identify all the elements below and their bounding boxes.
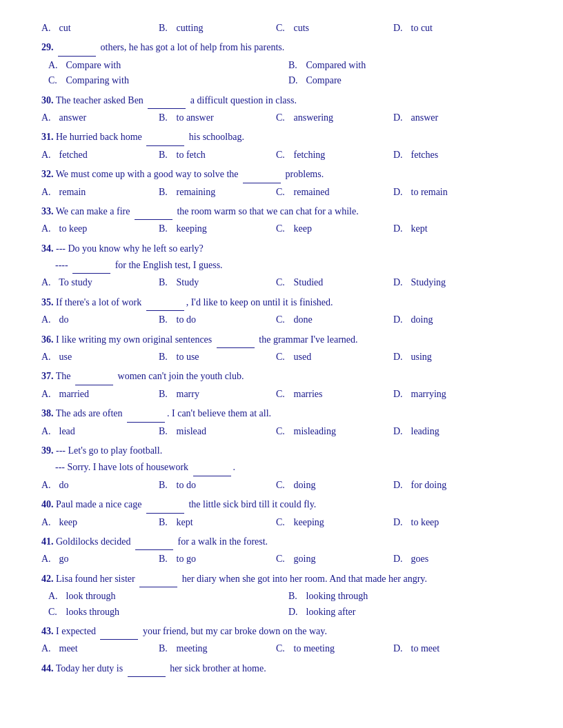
option: C. going — [276, 552, 393, 567]
option-label: D. — [393, 21, 408, 36]
option: C. remained — [276, 185, 393, 200]
option-text: to keep — [408, 515, 439, 530]
option: D. Studying — [393, 275, 511, 290]
question-block: 39. --- Let's go to play football.--- So… — [41, 443, 522, 493]
option-label: C. — [276, 275, 291, 290]
option-label: A. — [41, 312, 57, 327]
option: B. kept — [159, 515, 276, 530]
option-text: goes — [408, 552, 428, 567]
option-label: D. — [393, 312, 408, 327]
option-label: D. — [393, 221, 408, 236]
question-line: 30. The teacher asked Ben a difficult qu… — [41, 93, 522, 109]
option: D. using — [393, 350, 511, 365]
option-label: C. — [276, 424, 291, 439]
question-line: 31. He hurried back home his schoolbag. — [41, 130, 522, 145]
option-label: B. — [159, 275, 174, 290]
question-block: 34. --- Do you know why he left so early… — [41, 241, 522, 291]
options-row: A. answerB. to answerC. answeringD. answ… — [41, 110, 522, 125]
option: B. to fetch — [159, 148, 276, 163]
option: D. doing — [393, 312, 511, 327]
option: B. looking through — [282, 589, 522, 604]
options-row: A. keepB. keptC. keepingD. to keep — [41, 515, 522, 530]
option-text: used — [291, 350, 311, 365]
option-label: A. — [41, 221, 57, 236]
options-row: A. doB. to doC. doingD. for doing — [41, 478, 522, 493]
option-label: B. — [288, 589, 304, 604]
question-line: 37. The women can't join the youth club. — [41, 369, 522, 385]
option-label: B. — [159, 387, 174, 402]
options-row: A. doB. to doC. doneD. doing — [41, 312, 522, 327]
option-label: B. — [159, 552, 174, 567]
question-block: 42. Lisa found her sister her diary when… — [41, 572, 522, 620]
option-text: answer — [408, 110, 438, 125]
option-label: B. — [159, 641, 174, 656]
option-label: C. — [276, 312, 291, 327]
option: B. to use — [159, 350, 276, 365]
option: A. To study — [41, 275, 159, 290]
option: D. kept — [393, 221, 511, 236]
option-text: Compare with — [63, 58, 121, 73]
option-label: B. — [159, 312, 174, 327]
sub-question-line: --- Sorry. I have lots of housework . — [55, 460, 522, 476]
option: B. keeping — [159, 221, 276, 236]
option-text: fetched — [57, 148, 88, 163]
option-text: lead — [57, 424, 75, 439]
option: C. cuts — [276, 21, 393, 36]
option: D. for doing — [393, 478, 511, 493]
option-text: Compared with — [304, 58, 366, 73]
options-row: A. goB. to goC. goingD. goes — [41, 552, 522, 567]
option-label: D. — [288, 73, 304, 88]
option: B. meeting — [159, 641, 276, 656]
option-label: B. — [159, 424, 174, 439]
option-label: B. — [159, 21, 174, 36]
option-text: to fetch — [174, 148, 206, 163]
question-line: 38. The ads are often . I can't believe … — [41, 406, 522, 422]
option: C. marries — [276, 387, 393, 402]
question-line: 29. others, he has got a lot of help fro… — [41, 40, 522, 56]
option-text: keeping — [174, 221, 207, 236]
option: C. looks through — [41, 605, 282, 620]
question-line: 43. I expected your friend, but my car b… — [41, 624, 522, 640]
option-text: Studying — [408, 275, 446, 290]
option: B. cutting — [159, 21, 276, 36]
option-label: A. — [41, 424, 57, 439]
option-text: Compare — [304, 73, 342, 88]
option-label: A. — [48, 58, 63, 73]
option-label: B. — [159, 350, 174, 365]
option-text: to cut — [408, 21, 433, 36]
option-text: looking after — [304, 605, 355, 620]
option-label: C. — [48, 605, 63, 620]
option-text: answer — [57, 110, 86, 125]
option-text: To study — [57, 275, 92, 290]
option-text: look through — [63, 589, 115, 604]
option-text: married — [57, 387, 89, 402]
option-label: C. — [276, 148, 291, 163]
question-line: 33. We can make a fire the room warm so … — [41, 204, 522, 220]
option-label: A. — [41, 275, 57, 290]
option-label: B. — [159, 110, 174, 125]
option: C. keeping — [276, 515, 393, 530]
options-row: A. fetchedB. to fetchC. fetchingD. fetch… — [41, 148, 522, 163]
options-2col: A. Compare withB. Compared withC. Compar… — [41, 58, 522, 89]
question-block: 32. We must come up with a good way to s… — [41, 167, 522, 200]
option: D. goes — [393, 552, 511, 567]
option-label: C. — [276, 552, 291, 567]
option-text: done — [291, 312, 313, 327]
option-label: A. — [41, 350, 57, 365]
question-block: 31. He hurried back home his schoolbag.A… — [41, 130, 522, 163]
option-text: remaining — [174, 185, 215, 200]
option: A. meet — [41, 641, 159, 656]
option-label: D. — [288, 605, 304, 620]
option-text: do — [57, 478, 69, 493]
question-block: 37. The women can't join the youth club.… — [41, 369, 522, 402]
option: C. to meeting — [276, 641, 393, 656]
option: C. Studied — [276, 275, 393, 290]
option-label: D. — [393, 148, 408, 163]
option: A. do — [41, 478, 159, 493]
option-text: fetching — [291, 148, 325, 163]
option-label: D. — [393, 387, 408, 402]
option: D. Compare — [282, 73, 522, 88]
option-label: D. — [393, 424, 408, 439]
option: D. looking after — [282, 605, 522, 620]
option: D. to keep — [393, 515, 511, 530]
